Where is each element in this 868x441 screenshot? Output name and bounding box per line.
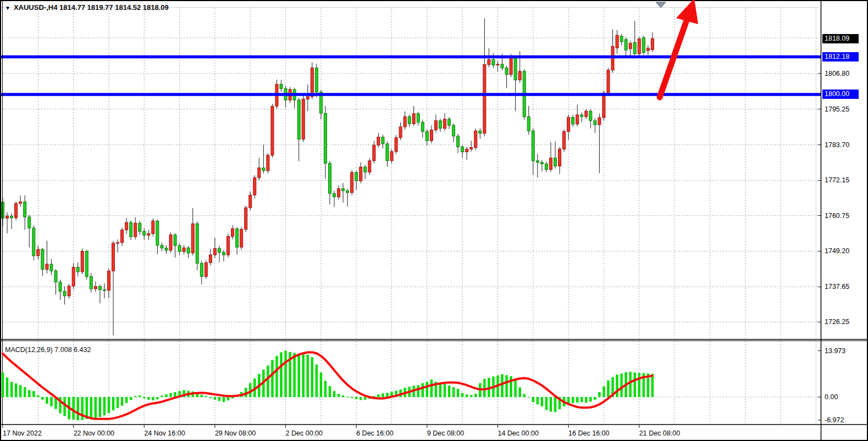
macd-histogram-bar [466, 394, 468, 397]
candle-bearish [532, 131, 534, 160]
macd-histogram-bar [377, 394, 379, 397]
candle-bearish [178, 245, 181, 252]
candle-bearish [236, 228, 239, 247]
macd-histogram-bar [134, 396, 136, 397]
macd-histogram-bar [594, 397, 596, 400]
candle-bullish [213, 248, 216, 255]
candle-bearish [425, 131, 428, 141]
macd-histogram-bar [46, 397, 48, 404]
ohlc-values: 1814.77 1819.77 1814.52 1818.09 [57, 3, 168, 12]
candle-bullish [602, 93, 605, 118]
macd-histogram-bar [514, 379, 516, 397]
top-marker-triangle-icon[interactable] [656, 2, 666, 8]
candle-bullish [470, 148, 473, 149]
candle-bearish [328, 163, 331, 193]
candle-bearish [130, 222, 132, 237]
time-label: 24 Nov 16:00 [144, 429, 185, 437]
candle-bullish [598, 118, 601, 125]
macd-histogram-bar [576, 397, 578, 403]
macd-histogram-bar [143, 397, 145, 398]
time-label: 17 Nov 2022 [3, 429, 42, 437]
macd-histogram-bar [638, 373, 640, 397]
macd-histogram-bar [76, 397, 79, 420]
macd-histogram-bar [518, 387, 521, 397]
macd-histogram-bar [297, 354, 300, 397]
candle-bearish [333, 193, 336, 197]
candle-bearish [187, 248, 190, 253]
macd-histogram-bar [505, 375, 507, 397]
macd-histogram-bar [108, 397, 110, 413]
candle-bullish [121, 230, 124, 243]
trend-arrow-line[interactable] [660, 22, 686, 97]
macd-histogram-bar [121, 397, 123, 406]
macd-histogram-bar [444, 384, 446, 397]
candle-bearish [196, 224, 198, 263]
symbol-dropdown-icon[interactable]: ▼ [5, 5, 10, 11]
candle-bearish [501, 64, 504, 68]
candle-bullish [373, 145, 375, 161]
candle-bullish [377, 137, 380, 146]
macd-histogram-bar [422, 383, 424, 397]
candle-bullish [72, 267, 75, 286]
macd-histogram-bar [537, 397, 539, 404]
candle-bearish [545, 164, 548, 169]
candle-bullish [15, 203, 18, 217]
macd-histogram-bar [95, 397, 97, 418]
candle-bullish [46, 264, 48, 270]
candle-bearish [527, 116, 530, 131]
macd-histogram-bar [103, 397, 106, 415]
macd-histogram-bar [10, 382, 13, 397]
macd-histogram-bar [99, 397, 101, 417]
chart-title: ▼XAUUSD-,H4 1814.77 1819.77 1814.52 1818… [5, 3, 169, 12]
macd-histogram-bar [15, 383, 17, 397]
candle-bullish [81, 251, 84, 272]
candle-bearish [41, 249, 44, 270]
macd-histogram-bar [227, 397, 229, 400]
candle-bullish [510, 58, 512, 75]
candle-bullish [147, 233, 150, 235]
candle-bearish [161, 245, 163, 248]
time-axis[interactable]: 17 Nov 202222 Nov 00:0024 Nov 16:0029 No… [0, 427, 822, 441]
candle-bearish [479, 131, 482, 133]
macd-histogram-bar [267, 366, 269, 397]
macd-histogram-bar [554, 397, 556, 412]
candle-bearish [165, 248, 168, 250]
macd-histogram-bar [417, 385, 419, 397]
candle-bullish [117, 243, 119, 243]
candle-bearish [54, 271, 57, 282]
candle-bullish [607, 70, 610, 93]
macd-histogram-bar [602, 387, 605, 397]
macd-histogram-bar [360, 397, 362, 400]
macd-histogram-bar [483, 379, 485, 397]
candle-bearish [346, 191, 349, 192]
macd-histogram-bar [24, 387, 26, 397]
candle-bullish [311, 68, 313, 97]
candle-bearish [364, 167, 367, 172]
candle-bearish [315, 68, 318, 92]
macd-histogram-bar [355, 397, 357, 399]
macd-histogram-bar [329, 386, 331, 397]
time-label: 21 Dec 08:00 [639, 429, 680, 437]
candle-bullish [112, 243, 115, 271]
candle-bullish [19, 202, 22, 203]
macd-histogram-bar [19, 385, 21, 397]
candle-bearish [280, 84, 283, 88]
macd-histogram-bar [209, 397, 212, 398]
chart-canvas[interactable] [0, 0, 868, 441]
macd-histogram-bar [333, 391, 335, 397]
candle-bearish [174, 235, 176, 246]
macd-histogram-bar [63, 397, 65, 416]
macd-histogram-bar [523, 394, 526, 397]
candle-bullish [403, 116, 406, 127]
candle-bullish [306, 97, 309, 99]
candle-bullish [496, 64, 499, 65]
candle-bullish [245, 208, 247, 229]
candle-bullish [107, 271, 110, 290]
macd-histogram-bar [629, 372, 631, 397]
macd-histogram-bar [545, 397, 548, 410]
candle-bullish [616, 35, 618, 48]
time-label: 6 Dec 16:00 [356, 429, 393, 437]
candle-bearish [382, 137, 384, 144]
candle-bearish [32, 228, 35, 256]
candle-bullish [191, 224, 194, 253]
